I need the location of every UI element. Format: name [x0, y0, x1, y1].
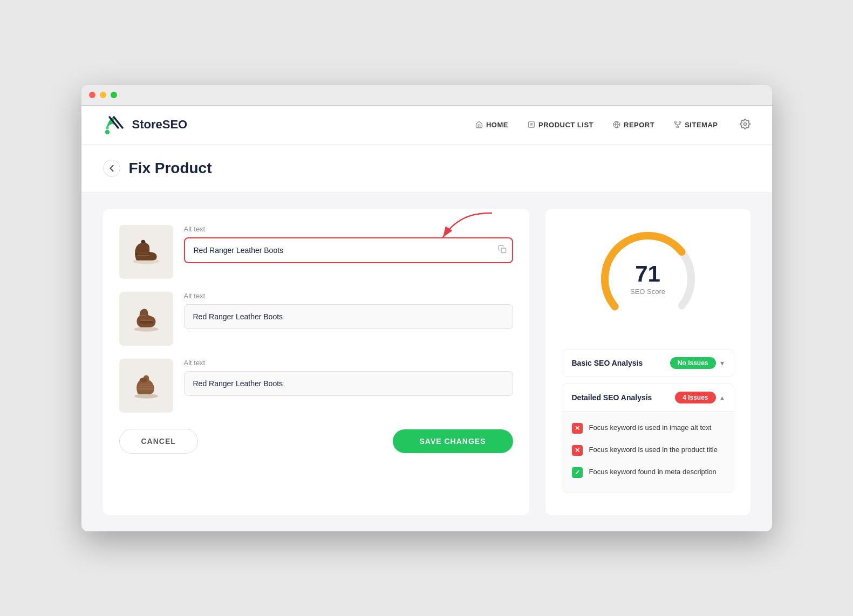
chevron-up-icon-detailed: ▴ — [720, 393, 724, 402]
home-icon — [475, 121, 483, 128]
dot-green[interactable] — [111, 92, 117, 98]
svg-rect-8 — [674, 122, 677, 123]
score-container: 71 SEO Score — [562, 225, 734, 333]
page-title: Fix Product — [129, 160, 212, 177]
svg-point-24 — [139, 378, 147, 382]
product-row-3: Alt text — [119, 359, 513, 413]
list-icon — [528, 121, 535, 128]
seo-item-2: ✕ Focus keyword is used in the product t… — [572, 439, 724, 461]
detailed-seo-section: Detailed SEO Analysis 4 Issues ▴ ✕ Focus… — [562, 384, 734, 492]
copy-icon-1 — [498, 245, 507, 256]
product-image-1 — [119, 225, 173, 279]
pass-icon-3: ✓ — [572, 467, 583, 478]
gear-button[interactable] — [740, 119, 750, 131]
mac-window: StoreSEO HOME PRODUCT LIST REPORT SITEMA… — [81, 85, 772, 531]
alt-field-1: Alt text — [184, 225, 513, 263]
nav-sitemap[interactable]: SITEMAP — [674, 121, 718, 129]
cancel-button[interactable]: CANCEL — [119, 429, 198, 454]
dot-yellow[interactable] — [100, 92, 106, 98]
alt-input-wrap-1 — [184, 237, 513, 263]
detailed-seo-badge: 4 Issues — [675, 392, 715, 403]
basic-seo-badge: No Issues — [670, 357, 716, 369]
main-content: Alt text — [81, 193, 772, 531]
navbar: StoreSEO HOME PRODUCT LIST REPORT SITEMA… — [81, 106, 772, 145]
score-text: 71 SEO Score — [630, 262, 665, 295]
chevron-down-icon-basic: ▾ — [720, 359, 724, 367]
basic-seo-header[interactable]: Basic SEO Analysis No Issues ▾ — [562, 350, 734, 377]
alt-field-3: Alt text — [184, 359, 513, 396]
seo-item-3: ✓ Focus keyword found in meta descriptio… — [572, 461, 724, 483]
chart-icon — [613, 121, 620, 128]
nav-home[interactable]: HOME — [475, 121, 508, 129]
svg-point-15 — [743, 122, 746, 125]
detailed-seo-title: Detailed SEO Analysis — [572, 393, 652, 402]
back-icon — [109, 165, 114, 172]
alt-input-3[interactable] — [184, 371, 513, 396]
svg-rect-18 — [138, 252, 148, 253]
nav-report[interactable]: REPORT — [613, 121, 654, 129]
seo-item-1: ✕ Focus keyword is used in image alt tex… — [572, 417, 724, 439]
seo-item-2-text: Focus keyword is used in the product tit… — [589, 444, 718, 455]
boot-image-1 — [127, 233, 165, 271]
nav-links: HOME PRODUCT LIST REPORT SITEMAP — [475, 121, 718, 129]
detailed-seo-header[interactable]: Detailed SEO Analysis 4 Issues ▴ — [562, 384, 734, 411]
right-panel: 71 SEO Score Basic SEO Analysis No Issue… — [545, 209, 750, 515]
gear-icon — [740, 119, 750, 129]
svg-point-0 — [105, 130, 110, 134]
svg-rect-10 — [677, 126, 679, 127]
back-button[interactable] — [103, 160, 120, 177]
boot-image-2 — [127, 300, 165, 338]
alt-input-1[interactable] — [184, 237, 513, 263]
title-bar — [81, 85, 772, 106]
svg-rect-17 — [137, 255, 149, 256]
action-row: CANCEL SAVE CHANGES — [119, 429, 513, 454]
basic-seo-title: Basic SEO Analysis — [572, 359, 643, 367]
alt-label-1: Alt text — [184, 225, 513, 233]
logo-icon — [103, 113, 127, 136]
alt-field-2: Alt text — [184, 292, 513, 329]
basic-seo-badge-area: No Issues ▾ — [670, 357, 724, 369]
save-button[interactable]: SAVE CHANGES — [393, 429, 513, 453]
fail-icon-1: ✕ — [572, 423, 583, 434]
nav-product-list[interactable]: PRODUCT LIST — [528, 121, 593, 129]
alt-input-wrap-2 — [184, 304, 513, 329]
boot-image-3 — [127, 367, 165, 405]
alt-label-2: Alt text — [184, 292, 513, 300]
product-image-3 — [119, 359, 173, 413]
product-row-2: Alt text — [119, 292, 513, 346]
alt-input-2[interactable] — [184, 304, 513, 329]
score-circle: 71 SEO Score — [594, 225, 702, 333]
seo-item-3-text: Focus keyword found in meta description — [589, 467, 716, 477]
seo-item-1-text: Focus keyword is used in image alt text — [589, 422, 712, 433]
svg-point-23 — [134, 393, 158, 398]
product-image-2 — [119, 292, 173, 346]
svg-rect-20 — [501, 248, 506, 253]
svg-rect-9 — [679, 122, 681, 123]
score-label: SEO Score — [630, 287, 665, 295]
sitemap-icon — [674, 121, 681, 128]
basic-seo-section: Basic SEO Analysis No Issues ▾ — [562, 349, 734, 377]
svg-point-21 — [134, 326, 159, 331]
detailed-seo-body: ✕ Focus keyword is used in image alt tex… — [562, 411, 734, 492]
logo-area: StoreSEO — [103, 113, 188, 136]
logo-text: StoreSEO — [132, 118, 188, 132]
alt-label-3: Alt text — [184, 359, 513, 367]
score-number: 71 — [630, 262, 665, 285]
left-panel: Alt text — [103, 209, 529, 515]
page-header: Fix Product — [81, 145, 772, 193]
fail-icon-2: ✕ — [572, 445, 583, 456]
detailed-seo-badge-area: 4 Issues ▴ — [675, 392, 724, 403]
dot-red[interactable] — [89, 92, 95, 98]
alt-input-wrap-3 — [184, 371, 513, 396]
svg-rect-25 — [138, 388, 154, 389]
product-row-1: Alt text — [119, 225, 513, 279]
svg-rect-22 — [140, 319, 153, 320]
